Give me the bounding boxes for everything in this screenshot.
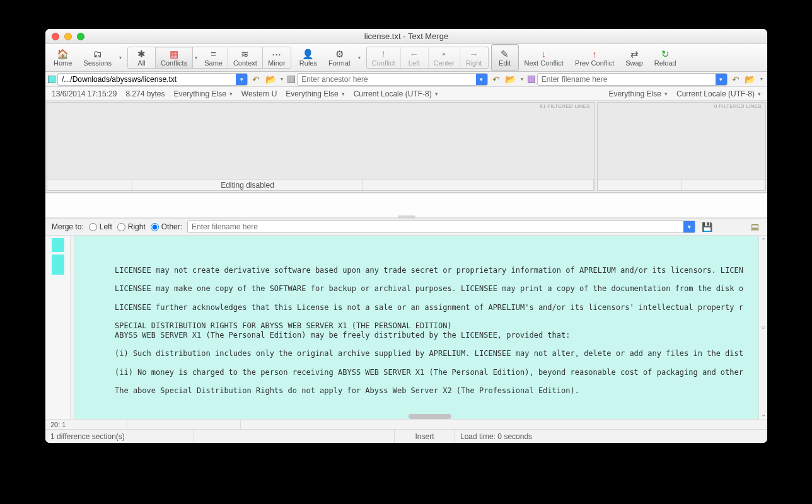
merge-other-radio[interactable]: Other: — [151, 222, 182, 231]
merge-left-radio[interactable]: Left — [89, 222, 112, 231]
center-path-dropdown-icon[interactable]: ▾ — [476, 74, 487, 85]
merge-other-input[interactable] — [188, 221, 683, 232]
scroll-marker-icon[interactable]: ○ — [761, 324, 765, 331]
left-open-folder-icon[interactable]: 📂 — [264, 73, 277, 86]
text-line: The above Special Distribution Rights do… — [115, 386, 758, 396]
center-everything-else-dropdown[interactable]: Everything Else — [286, 89, 344, 98]
filter-group: ✱ All ▦ Conflicts ▾ = Same ≋ Context ⋯ M… — [127, 47, 291, 69]
left-undo-icon[interactable]: ↶ — [250, 73, 262, 86]
conflicts-button[interactable]: ▦ Conflicts — [156, 47, 193, 68]
right-folder-dropdown-icon[interactable]: ▾ — [758, 73, 765, 86]
home-icon: 🏠 — [57, 49, 69, 59]
same-button[interactable]: = Same — [199, 47, 228, 68]
left-locale-dropdown[interactable]: Current Locale (UTF-8) — [354, 89, 438, 98]
left-pane: 61 FILTERED LINES Editing disabled — [47, 102, 594, 191]
same-label: Same — [204, 59, 223, 67]
left-path-field[interactable]: ▾ — [57, 73, 248, 86]
exclaim-icon: ! — [382, 49, 385, 59]
scroll-up-icon[interactable]: ⌃ — [761, 237, 766, 244]
all-label: All — [137, 59, 145, 67]
text-line: SPECIAL DISTRIBUTION RIGHTS FOR ABYSS WE… — [115, 321, 758, 331]
merge-other-dropdown-icon[interactable]: ▾ — [683, 221, 695, 232]
right-filtered-lines: 0 FILTERED LINES — [714, 103, 762, 109]
right-locale-dropdown[interactable]: Current Locale (UTF-8) — [676, 89, 761, 98]
text-line — [115, 275, 758, 285]
scroll-down-icon[interactable]: ⌄ — [761, 411, 766, 418]
center-undo-icon[interactable]: ↶ — [490, 73, 502, 86]
editing-disabled-label: Editing disabled — [132, 180, 363, 190]
reload-button[interactable]: ↻ Reload — [649, 44, 682, 71]
splitter-gap[interactable] — [45, 193, 767, 218]
reload-label: Reload — [654, 59, 676, 67]
text-line: LICENSEE may not create derivative softw… — [115, 266, 758, 275]
titlebar: license.txt - Text Merge — [45, 29, 767, 44]
equals-icon: = — [211, 49, 216, 59]
merge-save-icon[interactable]: 💾 — [700, 220, 713, 233]
merge-layout-icon[interactable]: ▤ — [748, 220, 761, 233]
conflict-take-label: Conflict — [372, 59, 395, 67]
home-button[interactable]: 🏠 Home — [48, 44, 78, 71]
text-line: LICENSEE may make one copy of the SOFTWA… — [115, 284, 758, 294]
take-center-label: Center — [434, 59, 455, 67]
take-right-button[interactable]: → Right — [460, 47, 488, 68]
right-path-dropdown-icon[interactable]: ▾ — [716, 74, 727, 85]
merge-other-field[interactable]: ▾ — [187, 220, 695, 233]
pencil-icon: ✎ — [501, 49, 509, 59]
center-path-field[interactable]: ▾ — [297, 73, 487, 86]
right-open-folder-icon[interactable]: 📂 — [744, 73, 757, 86]
timestamp: 13/6/2014 17:15:29 — [52, 89, 117, 98]
reload-icon: ↻ — [661, 49, 670, 59]
minor-icon: ⋯ — [272, 49, 281, 59]
right-path-input[interactable] — [538, 74, 716, 85]
left-folder-dropdown-icon[interactable]: ▾ — [279, 73, 285, 86]
sessions-button[interactable]: 🗂 Sessions — [78, 44, 117, 71]
merge-right-radio[interactable]: Right — [117, 222, 146, 231]
left-path-dropdown-icon[interactable]: ▾ — [236, 74, 247, 85]
insert-mode: Insert — [395, 430, 455, 443]
next-conflict-button[interactable]: ↓ Next Conflict — [519, 44, 569, 71]
text-line — [115, 340, 758, 350]
context-button[interactable]: ≋ Context — [228, 47, 263, 68]
hscroll-thumb[interactable] — [409, 414, 451, 419]
thumbmap[interactable] — [45, 236, 71, 419]
right-undo-icon[interactable]: ↶ — [729, 73, 742, 86]
sessions-label: Sessions — [83, 59, 112, 67]
diff-sections: 1 difference section(s) — [45, 430, 194, 443]
format-dropdown-icon[interactable]: ▾ — [356, 44, 362, 71]
sessions-dropdown-icon[interactable]: ▾ — [117, 44, 124, 71]
text-line — [115, 358, 758, 368]
cursor-position: 20: 1 — [45, 420, 127, 429]
rules-button[interactable]: 👤 Rules — [294, 44, 323, 71]
edit-button[interactable]: ✎ Edit — [491, 44, 519, 71]
maximize-icon[interactable] — [77, 33, 84, 40]
rules-icon: 👤 — [302, 49, 314, 59]
center-path-input[interactable] — [298, 74, 475, 85]
conflicts-dropdown-icon[interactable]: ▾ — [193, 47, 199, 68]
format-button[interactable]: ⚙ Format — [323, 44, 356, 71]
left-path-input[interactable] — [58, 74, 236, 85]
take-left-button[interactable]: ← Left — [401, 47, 429, 68]
take-center-button[interactable]: • Center — [429, 47, 460, 68]
right-path-field[interactable]: ▾ — [537, 73, 728, 86]
conflict-take-button[interactable]: ! Conflict — [367, 47, 401, 68]
center-folder-dropdown-icon[interactable]: ▾ — [519, 73, 525, 86]
left-everything-else-dropdown[interactable]: Everything Else — [173, 89, 232, 98]
minor-button[interactable]: ⋯ Minor — [263, 47, 291, 68]
all-button[interactable]: ✱ All — [128, 47, 156, 68]
text-line: ABYSS WEB SERVER X1 (The Personal Editio… — [115, 331, 758, 340]
left-swatch-icon — [48, 76, 55, 83]
merge-text-area[interactable]: LICENSEE may not create derivative softw… — [74, 236, 758, 419]
arrow-down-icon: ↓ — [542, 49, 547, 59]
text-line: (ii) No money is charged to the person r… — [115, 368, 758, 377]
home-label: Home — [54, 59, 72, 67]
merge-to-label: Merge to: — [52, 222, 84, 231]
splitter-handle-icon[interactable] — [398, 215, 415, 219]
minimize-icon[interactable] — [64, 33, 72, 40]
right-everything-else-dropdown[interactable]: Everything Else — [609, 89, 668, 98]
prev-conflict-button[interactable]: ↑ Prev Conflict — [569, 44, 620, 71]
center-swatch-icon — [287, 76, 295, 83]
swap-button[interactable]: ⇄ Swap — [620, 44, 649, 71]
close-icon[interactable] — [52, 33, 59, 40]
center-open-folder-icon[interactable]: 📂 — [504, 73, 517, 86]
edit-label: Edit — [499, 59, 511, 67]
